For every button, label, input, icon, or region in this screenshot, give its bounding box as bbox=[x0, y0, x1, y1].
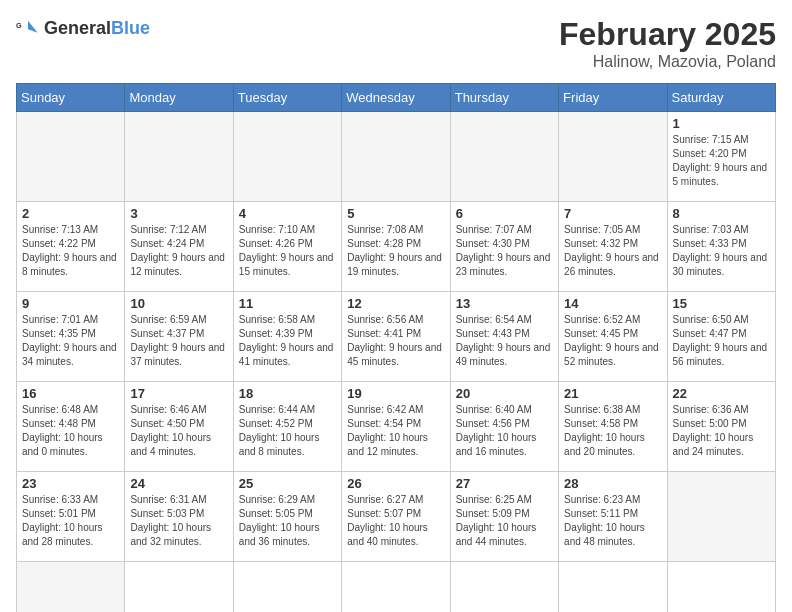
table-row bbox=[125, 562, 233, 613]
table-row: 14Sunrise: 6:52 AM Sunset: 4:45 PM Dayli… bbox=[559, 292, 667, 382]
header-saturday: Saturday bbox=[667, 84, 775, 112]
day-number: 26 bbox=[347, 476, 444, 491]
day-number: 12 bbox=[347, 296, 444, 311]
day-number: 28 bbox=[564, 476, 661, 491]
month-year-title: February 2025 bbox=[559, 16, 776, 53]
day-info: Sunrise: 7:07 AM Sunset: 4:30 PM Dayligh… bbox=[456, 223, 553, 279]
table-row bbox=[17, 112, 125, 202]
table-row bbox=[233, 562, 341, 613]
table-row: 10Sunrise: 6:59 AM Sunset: 4:37 PM Dayli… bbox=[125, 292, 233, 382]
table-row: 5Sunrise: 7:08 AM Sunset: 4:28 PM Daylig… bbox=[342, 202, 450, 292]
calendar-week-row: 16Sunrise: 6:48 AM Sunset: 4:48 PM Dayli… bbox=[17, 382, 776, 472]
table-row: 2Sunrise: 7:13 AM Sunset: 4:22 PM Daylig… bbox=[17, 202, 125, 292]
day-number: 16 bbox=[22, 386, 119, 401]
day-info: Sunrise: 6:44 AM Sunset: 4:52 PM Dayligh… bbox=[239, 403, 336, 459]
table-row: 25Sunrise: 6:29 AM Sunset: 5:05 PM Dayli… bbox=[233, 472, 341, 562]
header-wednesday: Wednesday bbox=[342, 84, 450, 112]
day-number: 4 bbox=[239, 206, 336, 221]
table-row: 20Sunrise: 6:40 AM Sunset: 4:56 PM Dayli… bbox=[450, 382, 558, 472]
weekday-header-row: Sunday Monday Tuesday Wednesday Thursday… bbox=[17, 84, 776, 112]
day-info: Sunrise: 6:42 AM Sunset: 4:54 PM Dayligh… bbox=[347, 403, 444, 459]
logo: G GeneralBlue bbox=[16, 16, 150, 40]
day-info: Sunrise: 7:15 AM Sunset: 4:20 PM Dayligh… bbox=[673, 133, 770, 189]
day-info: Sunrise: 6:59 AM Sunset: 4:37 PM Dayligh… bbox=[130, 313, 227, 369]
day-number: 24 bbox=[130, 476, 227, 491]
day-info: Sunrise: 6:31 AM Sunset: 5:03 PM Dayligh… bbox=[130, 493, 227, 549]
table-row: 26Sunrise: 6:27 AM Sunset: 5:07 PM Dayli… bbox=[342, 472, 450, 562]
table-row bbox=[342, 562, 450, 613]
day-number: 11 bbox=[239, 296, 336, 311]
day-number: 13 bbox=[456, 296, 553, 311]
day-number: 18 bbox=[239, 386, 336, 401]
svg-marker-1 bbox=[28, 21, 38, 33]
table-row: 24Sunrise: 6:31 AM Sunset: 5:03 PM Dayli… bbox=[125, 472, 233, 562]
table-row: 12Sunrise: 6:56 AM Sunset: 4:41 PM Dayli… bbox=[342, 292, 450, 382]
table-row: 23Sunrise: 6:33 AM Sunset: 5:01 PM Dayli… bbox=[17, 472, 125, 562]
logo-text-blue: Blue bbox=[111, 18, 150, 38]
day-info: Sunrise: 6:54 AM Sunset: 4:43 PM Dayligh… bbox=[456, 313, 553, 369]
location-subtitle: Halinow, Mazovia, Poland bbox=[559, 53, 776, 71]
table-row: 21Sunrise: 6:38 AM Sunset: 4:58 PM Dayli… bbox=[559, 382, 667, 472]
header-friday: Friday bbox=[559, 84, 667, 112]
table-row: 17Sunrise: 6:46 AM Sunset: 4:50 PM Dayli… bbox=[125, 382, 233, 472]
day-number: 23 bbox=[22, 476, 119, 491]
logo-icon: G bbox=[16, 16, 40, 40]
table-row: 19Sunrise: 6:42 AM Sunset: 4:54 PM Dayli… bbox=[342, 382, 450, 472]
day-number: 15 bbox=[673, 296, 770, 311]
table-row bbox=[559, 562, 667, 613]
day-number: 10 bbox=[130, 296, 227, 311]
table-row: 22Sunrise: 6:36 AM Sunset: 5:00 PM Dayli… bbox=[667, 382, 775, 472]
day-number: 2 bbox=[22, 206, 119, 221]
day-number: 19 bbox=[347, 386, 444, 401]
title-area: February 2025 Halinow, Mazovia, Poland bbox=[559, 16, 776, 71]
table-row: 9Sunrise: 7:01 AM Sunset: 4:35 PM Daylig… bbox=[17, 292, 125, 382]
table-row bbox=[17, 562, 125, 613]
header: G GeneralBlue February 2025 Halinow, Maz… bbox=[16, 16, 776, 71]
day-info: Sunrise: 6:40 AM Sunset: 4:56 PM Dayligh… bbox=[456, 403, 553, 459]
day-info: Sunrise: 6:25 AM Sunset: 5:09 PM Dayligh… bbox=[456, 493, 553, 549]
table-row bbox=[667, 472, 775, 562]
header-monday: Monday bbox=[125, 84, 233, 112]
day-info: Sunrise: 7:01 AM Sunset: 4:35 PM Dayligh… bbox=[22, 313, 119, 369]
day-number: 9 bbox=[22, 296, 119, 311]
table-row: 8Sunrise: 7:03 AM Sunset: 4:33 PM Daylig… bbox=[667, 202, 775, 292]
day-info: Sunrise: 7:03 AM Sunset: 4:33 PM Dayligh… bbox=[673, 223, 770, 279]
table-row: 11Sunrise: 6:58 AM Sunset: 4:39 PM Dayli… bbox=[233, 292, 341, 382]
table-row: 13Sunrise: 6:54 AM Sunset: 4:43 PM Dayli… bbox=[450, 292, 558, 382]
day-number: 5 bbox=[347, 206, 444, 221]
day-info: Sunrise: 7:10 AM Sunset: 4:26 PM Dayligh… bbox=[239, 223, 336, 279]
table-row: 3Sunrise: 7:12 AM Sunset: 4:24 PM Daylig… bbox=[125, 202, 233, 292]
calendar-week-row: 1Sunrise: 7:15 AM Sunset: 4:20 PM Daylig… bbox=[17, 112, 776, 202]
day-info: Sunrise: 6:36 AM Sunset: 5:00 PM Dayligh… bbox=[673, 403, 770, 459]
day-number: 27 bbox=[456, 476, 553, 491]
day-number: 21 bbox=[564, 386, 661, 401]
day-info: Sunrise: 7:05 AM Sunset: 4:32 PM Dayligh… bbox=[564, 223, 661, 279]
header-thursday: Thursday bbox=[450, 84, 558, 112]
day-info: Sunrise: 7:12 AM Sunset: 4:24 PM Dayligh… bbox=[130, 223, 227, 279]
table-row bbox=[559, 112, 667, 202]
calendar-week-row: 2Sunrise: 7:13 AM Sunset: 4:22 PM Daylig… bbox=[17, 202, 776, 292]
table-row: 27Sunrise: 6:25 AM Sunset: 5:09 PM Dayli… bbox=[450, 472, 558, 562]
day-info: Sunrise: 7:13 AM Sunset: 4:22 PM Dayligh… bbox=[22, 223, 119, 279]
day-info: Sunrise: 6:23 AM Sunset: 5:11 PM Dayligh… bbox=[564, 493, 661, 549]
day-number: 14 bbox=[564, 296, 661, 311]
table-row: 18Sunrise: 6:44 AM Sunset: 4:52 PM Dayli… bbox=[233, 382, 341, 472]
table-row bbox=[342, 112, 450, 202]
table-row: 4Sunrise: 7:10 AM Sunset: 4:26 PM Daylig… bbox=[233, 202, 341, 292]
day-info: Sunrise: 6:29 AM Sunset: 5:05 PM Dayligh… bbox=[239, 493, 336, 549]
day-number: 17 bbox=[130, 386, 227, 401]
day-number: 20 bbox=[456, 386, 553, 401]
day-number: 1 bbox=[673, 116, 770, 131]
day-number: 3 bbox=[130, 206, 227, 221]
day-info: Sunrise: 6:56 AM Sunset: 4:41 PM Dayligh… bbox=[347, 313, 444, 369]
table-row bbox=[450, 562, 558, 613]
header-tuesday: Tuesday bbox=[233, 84, 341, 112]
table-row bbox=[450, 112, 558, 202]
table-row bbox=[125, 112, 233, 202]
svg-text:G: G bbox=[16, 21, 22, 30]
day-number: 7 bbox=[564, 206, 661, 221]
table-row: 16Sunrise: 6:48 AM Sunset: 4:48 PM Dayli… bbox=[17, 382, 125, 472]
header-sunday: Sunday bbox=[17, 84, 125, 112]
table-row: 6Sunrise: 7:07 AM Sunset: 4:30 PM Daylig… bbox=[450, 202, 558, 292]
calendar-week-row: 23Sunrise: 6:33 AM Sunset: 5:01 PM Dayli… bbox=[17, 472, 776, 562]
